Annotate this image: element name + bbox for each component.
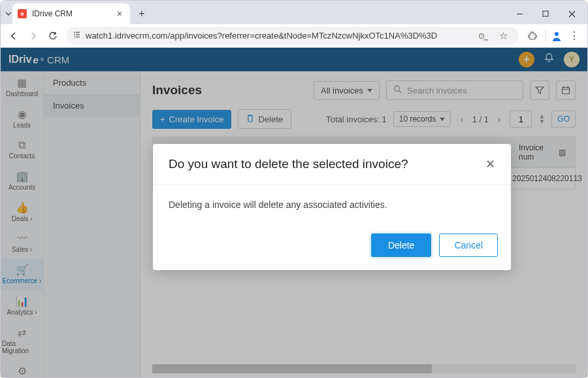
url-text: watch1.idrivecrm.com/app/invoices?referr…	[86, 31, 437, 41]
svg-point-6	[74, 37, 75, 38]
modal-body: Deleting a invoice will delete any assoc…	[153, 185, 511, 224]
site-info-icon[interactable]	[73, 31, 80, 41]
modal-delete-button[interactable]: Delete	[371, 233, 431, 257]
modal-cancel-button[interactable]: Cancel	[439, 233, 498, 257]
modal-cancel-label: Cancel	[454, 240, 483, 250]
close-window-button[interactable]	[559, 4, 585, 24]
modal-header: Do you want to delete the selected invoi…	[153, 144, 511, 185]
delete-confirm-modal: Do you want to delete the selected invoi…	[153, 144, 511, 270]
password-icon[interactable]: ⊙⎯	[473, 27, 491, 45]
back-button[interactable]	[5, 27, 23, 45]
tabs-menu-icon[interactable]	[5, 6, 12, 22]
address-bar[interactable]: watch1.idrivecrm.com/app/invoices?referr…	[66, 27, 519, 45]
forward-button[interactable]	[24, 27, 42, 45]
tab-title: IDrive CRM	[32, 9, 114, 18]
tab-strip: e IDrive CRM × +	[1, 1, 587, 24]
divider	[545, 30, 546, 42]
address-bar-row: watch1.idrivecrm.com/app/invoices?referr…	[1, 24, 587, 48]
profile-button[interactable]	[549, 29, 564, 43]
modal-delete-label: Delete	[388, 240, 414, 250]
svg-rect-1	[543, 11, 548, 16]
extensions-icon[interactable]	[523, 27, 541, 45]
browser-tab[interactable]: e IDrive CRM ×	[12, 3, 130, 24]
tab-close-icon[interactable]: ×	[114, 9, 125, 19]
new-tab-button[interactable]: +	[134, 6, 150, 22]
maximize-button[interactable]	[532, 4, 559, 24]
tab-favicon: e	[18, 9, 27, 18]
svg-point-8	[555, 32, 559, 36]
reload-button[interactable]	[44, 27, 62, 45]
modal-title: Do you want to delete the selected invoi…	[169, 157, 408, 171]
browser-menu-icon[interactable]: ⋮	[565, 27, 583, 45]
minimize-button[interactable]	[506, 4, 532, 24]
window-controls	[506, 4, 587, 24]
modal-close-icon[interactable]: ✕	[485, 157, 495, 171]
bookmark-star-icon[interactable]: ☆	[494, 27, 512, 45]
svg-point-4	[74, 32, 75, 33]
modal-footer: Delete Cancel	[153, 224, 511, 270]
svg-point-2	[74, 34, 75, 35]
